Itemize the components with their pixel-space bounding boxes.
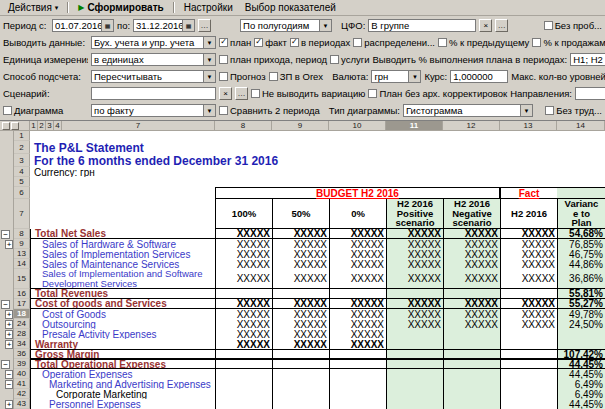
value-cell[interactable]: XXXXX bbox=[272, 299, 329, 308]
zp-checkbox[interactable]: ЗП в Orex bbox=[269, 71, 323, 82]
plan-arrival-checkbox[interactable]: план прихода, период bbox=[219, 54, 327, 65]
row-number[interactable]: 36 bbox=[14, 349, 30, 359]
row-number[interactable]: 34 bbox=[14, 339, 30, 349]
row-label[interactable]: Total Revenues bbox=[30, 289, 215, 298]
value-cell[interactable]: XXXXX bbox=[329, 339, 386, 349]
value-cell[interactable]: XXXXX bbox=[386, 269, 443, 288]
row-label[interactable]: Presale Activity Expenses bbox=[30, 329, 215, 339]
column-header[interactable]: 8 bbox=[215, 121, 272, 131]
value-cell[interactable]: XXXXX bbox=[329, 299, 386, 308]
value-cell[interactable] bbox=[386, 399, 443, 409]
value-cell[interactable]: XXXXX bbox=[500, 299, 557, 308]
row-number[interactable]: 18 bbox=[14, 309, 30, 319]
settings-button[interactable]: Настройки bbox=[179, 1, 238, 14]
value-cell[interactable]: XXXXX bbox=[215, 239, 272, 249]
expand-icon[interactable]: + bbox=[5, 240, 13, 249]
row-label[interactable]: Marketing and Advertising Expenses bbox=[30, 379, 215, 389]
period-kind-select[interactable]: По полугодиям ▼ bbox=[240, 19, 332, 32]
expand-icon[interactable]: + bbox=[5, 330, 13, 339]
column-header-selected[interactable]: 11 bbox=[386, 121, 443, 131]
value-cell[interactable] bbox=[329, 360, 386, 368]
actions-button[interactable]: Действия ▾ bbox=[3, 1, 63, 14]
value-cell[interactable] bbox=[443, 360, 500, 368]
row-number[interactable]: 7 bbox=[14, 199, 30, 229]
row-number[interactable]: 3 bbox=[14, 154, 30, 167]
value-cell[interactable] bbox=[386, 329, 443, 339]
value-cell[interactable] bbox=[443, 329, 500, 339]
value-cell[interactable] bbox=[272, 360, 329, 368]
value-cell[interactable] bbox=[386, 360, 443, 368]
column-header[interactable]: 7 bbox=[62, 121, 215, 131]
value-cell[interactable] bbox=[215, 389, 272, 399]
variance-cell[interactable]: 44,86% bbox=[557, 259, 605, 269]
value-cell[interactable]: XXXXX bbox=[443, 309, 500, 319]
column-header[interactable]: 1 bbox=[30, 121, 38, 131]
row-label[interactable]: Total Net Sales bbox=[30, 229, 215, 238]
services-checkbox[interactable]: услуги bbox=[330, 54, 369, 65]
value-cell[interactable] bbox=[329, 399, 386, 409]
value-cell[interactable] bbox=[329, 389, 386, 399]
value-cell[interactable]: XXXXX bbox=[215, 299, 272, 308]
value-cell[interactable]: XXXXX bbox=[215, 269, 272, 288]
expand-icon[interactable]: + bbox=[5, 310, 13, 319]
value-cell[interactable] bbox=[215, 350, 272, 358]
row-label[interactable]: Cost of goods and Services bbox=[30, 299, 215, 308]
row-number[interactable]: 13 bbox=[14, 249, 30, 259]
value-cell[interactable]: XXXXX bbox=[272, 259, 329, 269]
generate-button[interactable]: ▶ Сформировать bbox=[73, 1, 168, 14]
row-label[interactable]: Cost of Goods bbox=[30, 309, 215, 319]
row-label[interactable]: Personnel Expenses bbox=[30, 399, 215, 409]
value-cell[interactable] bbox=[386, 289, 443, 298]
value-cell[interactable] bbox=[500, 389, 557, 399]
value-cell[interactable] bbox=[500, 339, 557, 349]
value-cell[interactable] bbox=[386, 379, 443, 389]
diagram-mode-select[interactable]: по факту ▼ bbox=[91, 104, 216, 117]
value-cell[interactable] bbox=[500, 379, 557, 389]
value-cell[interactable] bbox=[215, 289, 272, 298]
value-cell[interactable] bbox=[443, 389, 500, 399]
row-number[interactable]: 9 bbox=[14, 239, 30, 249]
value-cell[interactable] bbox=[500, 399, 557, 409]
row-number[interactable]: 42 bbox=[14, 389, 30, 399]
variance-cell[interactable]: 46,75% bbox=[557, 249, 605, 259]
value-cell[interactable] bbox=[215, 399, 272, 409]
value-cell[interactable]: XXXXX bbox=[443, 229, 500, 238]
value-cell[interactable] bbox=[272, 399, 329, 409]
value-cell[interactable]: XXXXX bbox=[215, 339, 272, 349]
variance-cell[interactable] bbox=[557, 339, 605, 349]
value-cell[interactable]: XXXXX bbox=[500, 239, 557, 249]
expand-icon[interactable]: + bbox=[5, 400, 13, 409]
forecast-checkbox[interactable]: Прогноз bbox=[219, 71, 266, 82]
row-number[interactable]: 4 bbox=[14, 167, 30, 177]
value-cell[interactable]: XXXXX bbox=[443, 239, 500, 249]
value-cell[interactable]: XXXXX bbox=[386, 229, 443, 238]
value-cell[interactable] bbox=[386, 389, 443, 399]
row-label[interactable]: Corporate Marketing bbox=[30, 389, 215, 399]
row-number[interactable]: 43 bbox=[14, 399, 30, 409]
variance-cell[interactable]: 107,42% bbox=[557, 350, 605, 358]
row-number[interactable]: 40 bbox=[14, 369, 30, 379]
row-label[interactable]: Operation Expenses bbox=[30, 369, 215, 379]
row-number[interactable]: 28 bbox=[14, 329, 30, 339]
value-cell[interactable]: XXXXX bbox=[329, 239, 386, 249]
diagram-type-select[interactable]: Гистограмма ▼ bbox=[403, 104, 533, 117]
row-number[interactable]: 14 bbox=[14, 259, 30, 269]
row-label[interactable]: Sales of Hardware & Software bbox=[30, 239, 215, 249]
value-cell[interactable] bbox=[443, 350, 500, 358]
compare-periods-checkbox[interactable]: Сравнить 2 периода bbox=[219, 105, 320, 116]
cfo-choose-button[interactable]: … bbox=[495, 19, 508, 32]
scenario-choose-button[interactable]: … bbox=[235, 87, 248, 100]
row-label[interactable]: Sales of Implementation and Software Dev… bbox=[30, 269, 215, 288]
value-cell[interactable]: XXXXX bbox=[329, 229, 386, 238]
value-cell[interactable]: XXXXX bbox=[272, 319, 329, 329]
value-cell[interactable]: XXXXX bbox=[215, 229, 272, 238]
value-cell[interactable] bbox=[500, 360, 557, 368]
value-cell[interactable]: XXXXX bbox=[272, 339, 329, 349]
diagram-checkbox[interactable]: Диаграмма bbox=[3, 105, 63, 116]
value-cell[interactable]: XXXXX bbox=[329, 319, 386, 329]
value-cell[interactable] bbox=[386, 369, 443, 379]
value-cell[interactable]: XXXXX bbox=[443, 249, 500, 259]
value-cell[interactable] bbox=[443, 289, 500, 298]
value-cell[interactable] bbox=[443, 379, 500, 389]
collapse-icon[interactable]: − bbox=[1, 230, 10, 239]
